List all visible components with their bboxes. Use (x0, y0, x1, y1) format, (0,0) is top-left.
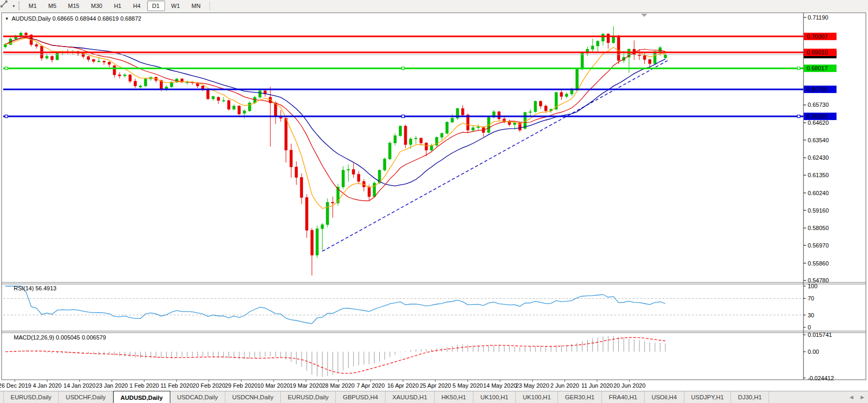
chart-tab-fra40-h1[interactable]: FRA40,H1 (602, 391, 645, 403)
date-axis[interactable]: 26 Dec 20194 Jan 202014 Jan 202023 Jan 2… (0, 380, 645, 389)
price-tick-label: 0.65730 (808, 102, 829, 108)
rsi-indicator-label: RSI(14) 56.4913 (14, 285, 57, 291)
chart-tab-xauusd-h1[interactable]: XAUUSD,H1 (386, 391, 435, 403)
chart-tab-ger30-h1[interactable]: GER30,H1 (558, 391, 602, 403)
timeframe-button-m1[interactable]: M1 (23, 1, 42, 11)
date-label: 23 May 2020 (516, 382, 550, 389)
chart-tab-eurusd-daily[interactable]: EURUSD,Daily (3, 391, 59, 403)
date-label: 11 Jun 2020 (581, 382, 613, 389)
hline-handle[interactable] (5, 115, 8, 117)
date-label: 29 Feb 2020 (225, 382, 258, 389)
date-label: 14 Jan 2020 (63, 382, 96, 389)
rsi-axis-label: 30 (808, 312, 814, 318)
price-tick-label: 0.59160 (808, 207, 829, 214)
collapse-caret-icon[interactable]: ▼ (5, 16, 9, 21)
symbol-tab-bar: EURUSD,DailyUSDCHF,DailyAUDUSD,DailyUSDC… (0, 391, 868, 403)
price-axis[interactable]: 0.711900.657300.646200.635400.624300.613… (803, 14, 837, 283)
macd-panel (5, 336, 665, 377)
toolbar-grip[interactable] (19, 2, 20, 10)
rsi-line (5, 286, 665, 324)
date-label: 11 Feb 2020 (160, 382, 193, 389)
date-label: 7 Apr 2020 (357, 382, 385, 389)
indicator-axes: 100703000.0157410.00-0.024412 (803, 283, 834, 381)
chart-tab-usoil-h4[interactable]: USOil,H4 (645, 391, 684, 403)
chart-tab-usdcad-daily[interactable]: USDCAD,Daily (170, 391, 225, 403)
timeframe-toolbar: ▾ M1M5M15M30H1H4D1W1MN (0, 0, 868, 12)
chart-tab-dj30-h1[interactable]: DJ30,H1 (731, 391, 769, 403)
chart-tab-gbpusd-h4[interactable]: GBPUSD,H4 (336, 391, 385, 403)
price-tick-label: 0.56970 (808, 242, 829, 249)
price-tick-label: 0.64620 (808, 120, 829, 126)
hline-handle[interactable] (798, 67, 800, 70)
timeframe-button-m30[interactable]: M30 (86, 1, 107, 11)
tab-scroll-right-icon[interactable]: ▶ (857, 395, 868, 400)
timeframe-button-w1[interactable]: W1 (166, 1, 186, 11)
price-tick-label: 0.58050 (808, 225, 829, 231)
rsi-axis-label: 0 (808, 324, 811, 331)
svg-text:0.65020: 0.65020 (807, 113, 828, 120)
svg-text:0.68017: 0.68017 (807, 65, 828, 71)
date-label: 2 Jun 2020 (551, 382, 579, 389)
trading-terminal-window: ▾ M1M5M15M30H1H4D1W1MN 0.711900.657300.6… (0, 0, 868, 403)
timeframe-button-h1[interactable]: H1 (108, 1, 126, 11)
date-label: 1 Feb 2020 (130, 382, 159, 389)
date-label: 23 Jan 2020 (96, 382, 128, 389)
timeframe-button-d1[interactable]: D1 (147, 1, 165, 11)
macd-signal-line (5, 337, 665, 373)
hline-handle[interactable] (5, 67, 8, 70)
date-label: 19 Mar 2020 (290, 382, 323, 389)
price-tick-label: 0.55860 (808, 260, 829, 267)
chart-tab-eurusd-daily[interactable]: EURUSD,Daily (281, 391, 336, 403)
price-tick-label: 0.61350 (808, 172, 829, 178)
date-label: 28 Mar 2020 (322, 382, 355, 389)
tool-dropdown-caret-icon[interactable]: ▾ (13, 4, 15, 8)
macd-indicator-label: MACD(12,26,9) 0.005045 0.006579 (14, 334, 106, 341)
chart-tab-usdchf-daily[interactable]: USDCHF,Daily (59, 391, 113, 403)
date-label: 20 Jun 2020 (614, 382, 646, 389)
date-label: 10 Mar 2020 (257, 382, 290, 389)
tab-scroll-left-icon[interactable]: ◀ (846, 395, 857, 400)
chart-tab-usdcnh-daily[interactable]: USDCNH,Daily (225, 391, 281, 403)
date-label: 25 Apr 2020 (419, 382, 451, 389)
rsi-panel (3, 286, 803, 324)
timeframe-button-m15[interactable]: M15 (63, 1, 85, 11)
toolbar-separator (209, 1, 210, 11)
chart-tab-uk100-h1[interactable]: UK100,H1 (473, 391, 516, 403)
chart-tab-usdjpy-h1[interactable]: USDJPY,H1 (684, 391, 732, 403)
timeframe-button-mn[interactable]: MN (186, 1, 206, 11)
chart-tab-uk100-h1[interactable]: UK100,H1 (516, 391, 558, 403)
svg-text:0.70007: 0.70007 (807, 33, 828, 40)
chart-title-text: AUDUSD,Daily 0.68665 0.68944 0.68619 0.6… (12, 15, 141, 22)
date-label: 20 Feb 2020 (193, 382, 225, 389)
date-label: 26 Dec 2019 (0, 382, 31, 389)
macd-axis-label: 0.015741 (808, 332, 832, 338)
rsi-axis-label: 70 (808, 295, 814, 301)
hline-handle[interactable] (402, 115, 405, 117)
hline-handle[interactable] (798, 115, 800, 117)
chart-canvas[interactable]: 0.711900.657300.646200.635400.624300.613… (0, 12, 868, 391)
timeframe-button-m5[interactable]: M5 (43, 1, 61, 11)
crosshair-tool-icon[interactable] (2, 1, 13, 11)
chart-window[interactable]: 0.711900.657300.646200.635400.624300.613… (0, 12, 868, 391)
chart-tab-hk50-h1[interactable]: HK50,H1 (435, 391, 474, 403)
date-label: 5 May 2020 (452, 382, 482, 389)
candlesticks (4, 26, 667, 276)
main-plot (3, 26, 803, 276)
svg-text:0.69010: 0.69010 (807, 49, 828, 56)
svg-text:0.66706: 0.66706 (807, 86, 828, 93)
macd-axis-label: 0.00 (808, 349, 819, 355)
timeframe-button-h4[interactable]: H4 (127, 1, 145, 11)
ma-slow-line (5, 38, 665, 186)
price-tick-label: 0.71190 (808, 14, 828, 21)
chart-title: ▼AUDUSD,Daily 0.68665 0.68944 0.68619 0.… (5, 15, 141, 22)
chart-tab-audusd-daily[interactable]: AUDUSD,Daily (113, 391, 170, 403)
scroll-to-end-marker[interactable] (641, 14, 647, 17)
date-label: 4 Jan 2020 (33, 382, 61, 389)
date-label: 16 Apr 2020 (387, 382, 418, 389)
hline-handle[interactable] (402, 67, 405, 70)
crosshair-icon (0, 0, 8, 8)
date-label: 14 May 2020 (483, 382, 517, 389)
price-tick-label: 0.60240 (808, 190, 829, 196)
rsi-axis-label: 100 (808, 283, 817, 289)
price-tick-label: 0.62430 (808, 154, 829, 161)
